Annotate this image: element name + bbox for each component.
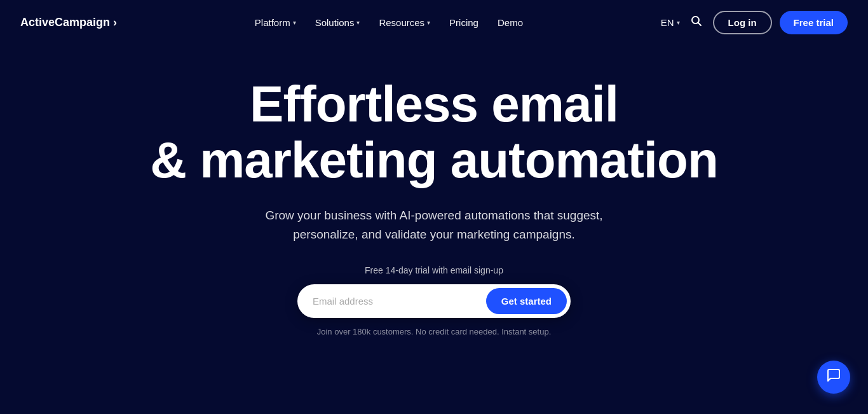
- navbar: ActiveCampaign › Platform ▾ Solutions ▾ …: [0, 0, 868, 45]
- chevron-down-icon: ▾: [356, 19, 360, 26]
- search-button[interactable]: [688, 12, 705, 33]
- nav-pricing[interactable]: Pricing: [442, 12, 486, 33]
- free-trial-button[interactable]: Free trial: [780, 11, 848, 34]
- nav-platform[interactable]: Platform ▾: [247, 12, 304, 33]
- svg-line-1: [698, 22, 701, 25]
- trial-label: Free 14-day trial with email sign-up: [365, 265, 503, 275]
- chat-icon: [826, 368, 841, 387]
- login-button[interactable]: Log in: [713, 11, 772, 34]
- get-started-button[interactable]: Get started: [486, 288, 567, 314]
- nav-solutions[interactable]: Solutions ▾: [308, 12, 368, 33]
- hero-title: Effortless email & marketing automation: [150, 76, 718, 188]
- nav-resources[interactable]: Resources ▾: [371, 12, 438, 33]
- chevron-down-icon: ▾: [677, 19, 680, 26]
- hero-subtitle: Grow your business with AI-powered autom…: [243, 206, 625, 245]
- email-signup-form: Get started: [297, 284, 571, 318]
- chat-bubble[interactable]: [817, 361, 850, 394]
- nav-right: EN ▾ Log in Free trial: [661, 11, 848, 34]
- email-input[interactable]: [313, 296, 486, 307]
- nav-demo[interactable]: Demo: [490, 12, 531, 33]
- nav-links: Platform ▾ Solutions ▾ Resources ▾ Prici…: [247, 12, 531, 33]
- language-selector[interactable]: EN ▾: [661, 17, 680, 28]
- disclaimer-text: Join over 180k customers. No credit card…: [317, 327, 552, 336]
- chevron-down-icon: ▾: [293, 19, 296, 26]
- chevron-down-icon: ▾: [427, 19, 430, 26]
- brand-logo[interactable]: ActiveCampaign ›: [20, 16, 117, 29]
- hero-section: Effortless email & marketing automation …: [0, 45, 868, 336]
